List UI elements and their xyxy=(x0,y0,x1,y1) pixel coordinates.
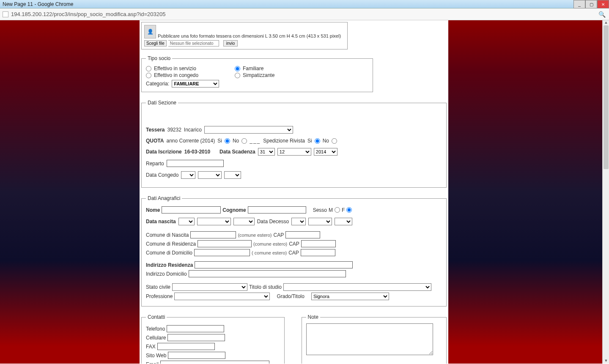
comune-domicilio-input[interactable] xyxy=(194,249,250,256)
quota-si-radio[interactable] xyxy=(225,138,230,144)
estero-nascita: (comune estero) xyxy=(238,233,272,238)
cap-nascita-input[interactable] xyxy=(285,231,320,238)
sesso-m-label: M xyxy=(329,207,333,213)
nascita-day-select[interactable] xyxy=(178,218,195,225)
nome-input[interactable] xyxy=(162,206,221,213)
sito-input[interactable] xyxy=(168,352,225,359)
indirizzo-domicilio-label: Indirizzo Domicilio xyxy=(146,271,187,277)
decesso-year-select[interactable] xyxy=(335,218,352,225)
stato-civile-label: Stato civile xyxy=(146,284,170,290)
cognome-input[interactable] xyxy=(248,206,306,213)
radio-effettivo-congedo[interactable] xyxy=(146,73,151,78)
incarico-select[interactable] xyxy=(204,126,293,134)
avatar-placeholder-icon: 👤 xyxy=(144,25,156,38)
comune-residenza-label: Comune di Residenza xyxy=(146,241,196,247)
scroll-thumb[interactable] xyxy=(604,25,609,169)
titolo-studio-label: Titolo di studio xyxy=(249,284,282,290)
sped-no-label: No xyxy=(323,138,329,144)
sped-si-radio[interactable] xyxy=(315,138,320,144)
window-titlebar: New Page 11 - Google Chrome _ ▢ ✕ xyxy=(0,0,609,8)
titolo-studio-select[interactable] xyxy=(283,283,431,291)
scadenza-month-select[interactable]: 12 xyxy=(277,148,311,156)
quota-no-radio[interactable] xyxy=(241,138,247,144)
cap-residenza-input[interactable] xyxy=(301,240,336,247)
professione-label: Professione xyxy=(146,293,173,299)
categoria-select[interactable]: FAMILIARE xyxy=(172,80,219,88)
data-scadenza-label: Data Scadenza xyxy=(219,149,255,155)
estero-residenza: (comune estero) xyxy=(253,241,287,246)
cellulare-input[interactable] xyxy=(167,334,225,341)
telefono-input[interactable] xyxy=(167,325,224,332)
note-textarea[interactable] xyxy=(306,323,433,355)
tipo-socio-legend: Tipo socio xyxy=(146,55,172,61)
cognome-label: Cognome xyxy=(222,207,246,213)
congedo-year-select[interactable] xyxy=(224,171,241,179)
categoria-label: Categoria: xyxy=(146,81,169,87)
separator: ___ xyxy=(250,138,261,144)
estero-domicilio: ( comune estero) xyxy=(252,250,287,255)
indirizzo-domicilio-input[interactable] xyxy=(189,270,346,277)
label-familiare: Familiare xyxy=(243,66,263,71)
comune-nascita-label: Comune di Nascita xyxy=(146,232,189,238)
label-effettivo-congedo: Effettivo in congedo xyxy=(154,72,198,78)
cap-nascita-label: CAP xyxy=(273,232,284,238)
data-iscrizione-value: 16-03-2010 xyxy=(184,149,210,155)
congedo-label: Data Congedo xyxy=(146,172,178,178)
upload-button[interactable]: invio xyxy=(223,40,238,47)
address-bar[interactable]: 194.185.200.122/proc3/ins/pop_socio_modi… xyxy=(0,8,609,20)
sesso-f-radio[interactable] xyxy=(346,207,352,213)
dati-sezione-legend: Dati Sezione xyxy=(146,100,178,106)
nascita-year-select[interactable] xyxy=(233,218,255,225)
congedo-month-select[interactable] xyxy=(198,171,222,179)
quota-label: QUOTA xyxy=(146,138,164,144)
scroll-up-arrow[interactable]: ▲ xyxy=(603,20,609,25)
sesso-m-radio[interactable] xyxy=(335,207,340,213)
note-fieldset: Note xyxy=(302,314,447,364)
dati-anagrafici-legend: Dati Anagrafici xyxy=(146,195,182,201)
radio-simpatizzante[interactable] xyxy=(235,73,240,78)
comune-nascita-input[interactable] xyxy=(190,231,236,238)
email-input[interactable] xyxy=(160,361,269,364)
stato-civile-select[interactable] xyxy=(172,283,247,291)
scroll-down-arrow[interactable]: ▼ xyxy=(603,359,609,364)
reparto-input[interactable] xyxy=(167,160,224,167)
spedizione-label: Spedizione Rivista xyxy=(263,138,305,144)
indirizzo-residenza-label: Indirizzo Residenza xyxy=(146,262,193,268)
radio-effettivo-servizio[interactable] xyxy=(146,66,151,71)
decesso-day-select[interactable] xyxy=(291,218,306,225)
decesso-month-select[interactable] xyxy=(308,218,332,225)
reparto-label: Reparto xyxy=(146,161,164,167)
indirizzo-residenza-input[interactable] xyxy=(195,261,353,268)
grado-select[interactable]: Signora xyxy=(311,293,389,300)
cap-residenza-label: CAP xyxy=(289,241,299,247)
fax-input[interactable] xyxy=(157,343,215,350)
scadenza-day-select[interactable]: 31 xyxy=(258,148,275,156)
cap-domicilio-label: CAP xyxy=(288,250,299,256)
professione-select[interactable] xyxy=(174,293,270,300)
incarico-label: Incarico xyxy=(184,127,202,133)
cellulare-label: Cellulare xyxy=(146,335,166,341)
close-button[interactable]: ✕ xyxy=(597,0,609,8)
sped-no-radio[interactable] xyxy=(332,138,337,144)
zoom-icon[interactable]: 🔍 xyxy=(598,11,606,18)
scadenza-year-select[interactable]: 2014 xyxy=(314,148,337,156)
quota-no-label: No xyxy=(233,138,239,144)
data-iscrizione-label: Data Iscrizione xyxy=(146,149,182,155)
quota-si-label: Si xyxy=(217,138,222,144)
minimize-button[interactable]: _ xyxy=(573,0,585,8)
vertical-scrollbar[interactable]: ▲ ▼ xyxy=(602,20,609,364)
radio-familiare[interactable] xyxy=(235,66,240,71)
nascita-month-select[interactable] xyxy=(197,218,231,225)
contatti-fieldset: Contatti Telefono Cellulare FAX Sito Web xyxy=(141,314,285,364)
label-simpatizzante: Simpatizzante xyxy=(243,72,274,78)
congedo-day-select[interactable] xyxy=(181,171,195,179)
maximize-button[interactable]: ▢ xyxy=(585,0,597,8)
photo-hint: Pubblicare una foto formato tessera con … xyxy=(158,33,341,38)
file-selected-label: Nessun file selezionato xyxy=(168,40,219,47)
sesso-f-label: F xyxy=(342,207,345,213)
data-nascita-label: Data nascita xyxy=(146,219,176,224)
choose-file-button[interactable]: Scegli file xyxy=(144,40,167,47)
cap-domicilio-input[interactable] xyxy=(301,249,335,256)
dati-sezione-fieldset: Dati Sezione Tessera 39232 Incarico QUOT… xyxy=(141,100,447,188)
comune-residenza-input[interactable] xyxy=(198,240,252,247)
